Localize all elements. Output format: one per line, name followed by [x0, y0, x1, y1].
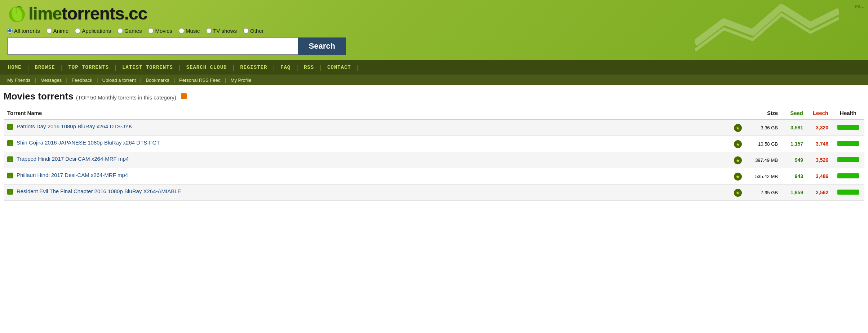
download-icon: [7, 189, 13, 195]
sec-nav-sep-1: |: [34, 77, 37, 83]
nav-sep-4: |: [178, 64, 181, 71]
logo-text: limetorrents.cc: [28, 4, 147, 23]
torrent-seed: 943: [781, 168, 807, 185]
secondary-nav: My Friends | Messages | Feedback | Uploa…: [0, 75, 868, 85]
torrent-health: [832, 168, 864, 185]
torrent-health: [832, 136, 864, 152]
rss-icon[interactable]: [181, 93, 187, 99]
lime-icon: [7, 4, 27, 23]
nav-latest-torrents[interactable]: LATEST TORRENTS: [117, 60, 178, 75]
cat-movies[interactable]: Movies: [148, 28, 172, 34]
sec-nav-personal-rss[interactable]: Personal RSS Feed: [176, 77, 224, 83]
health-bar: [837, 141, 859, 146]
search-row: Search: [7, 37, 346, 55]
nav-top-torrents[interactable]: TOP TORRENTS: [63, 60, 114, 75]
sec-nav-bookmarks[interactable]: Bookmarks: [142, 77, 173, 83]
torrent-seed: 1,157: [781, 136, 807, 152]
download-icon: [7, 140, 13, 146]
health-bar: [837, 173, 859, 178]
torrent-table: Torrent Name Size Seed Leech Health Patr…: [4, 107, 864, 201]
sec-nav-feedback[interactable]: Feedback: [68, 77, 96, 83]
sec-nav-my-profile[interactable]: My Profile: [227, 77, 255, 83]
health-bar: [837, 157, 859, 162]
cat-other[interactable]: Other: [243, 28, 264, 34]
sec-nav-sep-4: |: [140, 77, 142, 83]
star-icon[interactable]: [734, 156, 742, 164]
table-row: Trapped Hindi 2017 Desi-CAM x264-MRF mp4…: [4, 152, 864, 168]
torrent-seed: 1,859: [781, 185, 807, 201]
torrent-size: 3.36 GB: [745, 119, 781, 136]
star-icon[interactable]: [734, 124, 742, 132]
nav-browse[interactable]: BROWSE: [30, 60, 60, 75]
torrent-seed: 949: [781, 152, 807, 168]
nav-register[interactable]: REGISTER: [235, 60, 272, 75]
col-header-size: Size: [745, 107, 781, 119]
top-right-text: Pa...: [855, 4, 864, 9]
nav-home[interactable]: HOME: [3, 60, 27, 75]
health-bar: [837, 190, 859, 195]
nav-sep-7: |: [296, 64, 299, 71]
main-nav: HOME | BROWSE | TOP TORRENTS | LATEST TO…: [0, 60, 868, 75]
torrent-link[interactable]: Phillauri Hindi 2017 Desi-CAM x264-MRF m…: [17, 172, 128, 178]
star-icon[interactable]: [734, 173, 742, 181]
cat-games[interactable]: Games: [118, 28, 142, 34]
torrent-leech: 3,746: [807, 136, 832, 152]
torrent-size: 535.42 MB: [745, 168, 781, 185]
cat-anime[interactable]: Anime: [46, 28, 69, 34]
search-button[interactable]: Search: [298, 37, 346, 55]
sec-nav-sep-2: |: [65, 77, 68, 83]
torrent-leech: 3,320: [807, 119, 832, 136]
torrent-seed: 3,581: [781, 119, 807, 136]
cat-all[interactable]: All torrents: [7, 28, 40, 34]
nav-sep-3: |: [114, 64, 117, 71]
nav-rss[interactable]: RSS: [299, 60, 319, 75]
nav-faq[interactable]: FAQ: [275, 60, 296, 75]
nav-contact[interactable]: CONTACT: [322, 60, 356, 75]
cat-music[interactable]: Music: [179, 28, 200, 34]
sec-nav-my-friends[interactable]: My Friends: [4, 77, 34, 83]
sec-nav-messages[interactable]: Messages: [37, 77, 65, 83]
star-icon[interactable]: [734, 140, 742, 148]
page-title: Movies torrents (TOP 50 Monthly torrents…: [4, 91, 864, 102]
torrent-leech: 3,486: [807, 168, 832, 185]
torrent-health: [832, 152, 864, 168]
torrent-link[interactable]: Resident Evil The Final Chapter 2016 108…: [17, 188, 181, 194]
sec-nav-sep-5: |: [173, 77, 176, 83]
col-header-seed: Seed: [781, 107, 807, 119]
nav-sep-1: |: [27, 64, 30, 71]
nav-search-cloud[interactable]: SEARCH CLOUD: [181, 60, 232, 75]
torrent-leech: 3,526: [807, 152, 832, 168]
torrent-size: 7.95 GB: [745, 185, 781, 201]
torrent-name-cell: Shin Gojira 2016 JAPANESE 1080p BluRay x…: [4, 136, 745, 152]
table-row: Resident Evil The Final Chapter 2016 108…: [4, 185, 864, 201]
download-icon: [7, 173, 13, 178]
torrent-link[interactable]: Shin Gojira 2016 JAPANESE 1080p BluRay x…: [17, 139, 160, 146]
torrent-link[interactable]: Patriots Day 2016 1080p BluRay x264 DTS-…: [17, 123, 132, 129]
sec-nav-sep-6: |: [224, 77, 227, 83]
sec-nav-upload[interactable]: Upload a torrent: [99, 77, 140, 83]
download-icon: [7, 124, 13, 130]
nav-sep-5: |: [232, 64, 235, 71]
star-icon[interactable]: [734, 189, 742, 197]
table-row: Phillauri Hindi 2017 Desi-CAM x264-MRF m…: [4, 168, 864, 185]
torrent-link[interactable]: Trapped Hindi 2017 Desi-CAM x264-MRF mp4: [17, 156, 129, 162]
health-bar: [837, 125, 859, 130]
col-header-name: Torrent Name: [4, 107, 745, 119]
cat-tvshows[interactable]: TV shows: [206, 28, 237, 34]
nav-sep-2: |: [60, 64, 63, 71]
torrent-size: 10.58 GB: [745, 136, 781, 152]
torrent-size: 397.49 MB: [745, 152, 781, 168]
torrent-health: [832, 119, 864, 136]
torrent-name-cell: Patriots Day 2016 1080p BluRay x264 DTS-…: [4, 119, 745, 136]
table-row: Patriots Day 2016 1080p BluRay x264 DTS-…: [4, 119, 864, 136]
cat-applications[interactable]: Applications: [75, 28, 111, 34]
download-icon: [7, 156, 13, 162]
table-row: Shin Gojira 2016 JAPANESE 1080p BluRay x…: [4, 136, 864, 152]
nav-sep-6: |: [272, 64, 275, 71]
torrent-name-cell: Trapped Hindi 2017 Desi-CAM x264-MRF mp4: [4, 152, 745, 168]
nav-sep-8: |: [319, 64, 322, 71]
sec-nav-sep-3: |: [96, 77, 99, 83]
search-input[interactable]: [7, 37, 298, 55]
torrent-health: [832, 185, 864, 201]
torrent-leech: 2,562: [807, 185, 832, 201]
